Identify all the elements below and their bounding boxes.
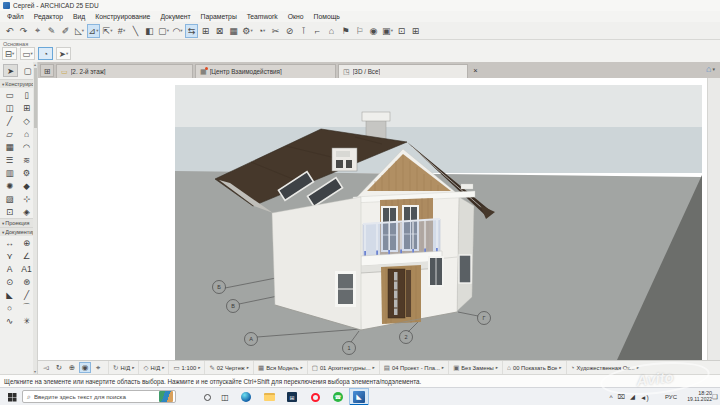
scroll-up-icon[interactable]: ▴ <box>33 62 37 67</box>
zone-stamp-tool[interactable]: ⊙ <box>1 275 18 288</box>
marquee-icon[interactable]: ▢▾ <box>157 24 170 38</box>
hidden-icons-chevron[interactable]: ^ <box>609 394 612 401</box>
zoom-in-icon[interactable]: ⊕ <box>66 362 78 373</box>
dimension-tool[interactable]: ↔ <box>1 236 18 249</box>
toggle-2d-3d-icon[interactable]: ⇆ <box>185 24 198 38</box>
cortana-button[interactable] <box>200 388 214 405</box>
close-tab-button[interactable]: × <box>470 65 481 76</box>
tab-overview-button[interactable]: ⊞ <box>40 64 54 77</box>
3d-viewport[interactable]: Б В А 1 2 Г <box>175 85 702 360</box>
dropdown-caret[interactable]: ▾ <box>167 28 169 33</box>
curtain-wall-tool[interactable]: ▥ <box>1 166 18 179</box>
fit-in-window-icon[interactable]: ⌖ <box>92 362 104 373</box>
change-manager-icon[interactable]: ▣▾ <box>381 24 394 38</box>
dropdown-caret[interactable]: ▾ <box>263 28 265 33</box>
pickup-parameters-icon[interactable]: ⌖ <box>31 24 44 38</box>
dropdown-caret[interactable]: ▸ <box>162 365 164 370</box>
toolbox-scrollbar[interactable]: ▴ ▾ <box>33 62 37 374</box>
scale-selector[interactable]: ▭1:100▸ <box>168 361 204 374</box>
home-story-icon[interactable]: ⌂ <box>325 24 338 38</box>
door-tool[interactable]: ◫ <box>1 101 18 114</box>
toolbox-section-document[interactable]: ▾Документиров <box>0 227 37 236</box>
dropdown-caret[interactable]: ▸ <box>132 365 134 370</box>
taskbar-archicad-active[interactable]: ◣ <box>349 388 369 405</box>
slab-tool[interactable]: ▱ <box>1 127 18 140</box>
beam-tool[interactable]: ╱ <box>1 114 18 127</box>
dropdown-caret[interactable]: ▸ <box>442 365 444 370</box>
settings-icon[interactable]: ⚙▾ <box>241 24 254 38</box>
dropdown-caret[interactable]: ▾ <box>12 51 14 56</box>
task-view-button[interactable]: ◫ <box>218 388 232 405</box>
layer-combination-selector[interactable]: ▢01 Архитектурны...▸ <box>307 361 379 374</box>
split-icon[interactable]: ⊘ <box>283 24 296 38</box>
zone-tool[interactable]: ▨ <box>1 192 18 205</box>
chimney-cap[interactable] <box>362 112 390 121</box>
dropdown-caret[interactable]: ▸ <box>496 365 498 370</box>
search-highlight-thumbnail[interactable] <box>159 391 173 402</box>
worksheet-icon[interactable]: ▦ <box>227 24 240 38</box>
circle-tool[interactable]: ○ <box>1 301 18 314</box>
orbit-icon[interactable]: ◔ <box>38 47 53 60</box>
right-wall-window[interactable] <box>459 255 471 283</box>
right-wall[interactable] <box>457 197 474 311</box>
taskbar-search[interactable]: ⌕ Введите здесь текст для поиска <box>22 390 176 403</box>
dropdown-caret[interactable]: ▾ <box>82 28 84 33</box>
start-button[interactable] <box>4 388 20 405</box>
detail-icon[interactable]: ⊠ <box>213 24 226 38</box>
wall-tool[interactable]: ▭ <box>1 88 18 101</box>
dimension-standard-selector[interactable]: ◇Н/Д▸ <box>138 361 168 374</box>
explore-model-icon[interactable]: ◉ <box>79 362 91 373</box>
dropdown-caret[interactable]: ▾ <box>30 51 32 56</box>
3d-style-selector[interactable]: ◔Художественная Ок...▸ <box>566 361 643 374</box>
roof-dormer-vent[interactable] <box>332 148 357 171</box>
taskbar-opera[interactable] <box>305 388 325 405</box>
display-tray-icon[interactable]: ⌧ <box>617 393 625 401</box>
front-right-window[interactable] <box>428 256 444 287</box>
network-tray-icon[interactable]: ◢ <box>630 393 635 401</box>
dropdown-caret[interactable]: ▸ <box>559 365 561 370</box>
menu-teamwork[interactable]: Teamwork <box>242 11 283 22</box>
menu-file[interactable]: Файл <box>2 11 29 22</box>
dropdown-caret[interactable]: ▸ <box>637 365 639 370</box>
notification-center-button[interactable]: ❏ <box>710 388 720 405</box>
snap-guides-icon[interactable]: ⊿▾ <box>87 24 100 38</box>
dropdown-caret[interactable]: ▾ <box>391 28 393 33</box>
layers-icon[interactable]: ⊡ <box>395 24 408 38</box>
menu-options[interactable]: Параметры <box>196 11 242 22</box>
orbit-icon[interactable]: ↻ <box>53 362 65 373</box>
toolbox-section-projection[interactable]: ▾Проекция <box>0 218 37 227</box>
tab-interaction-center[interactable]: ▦ [Центр Взаимодействия] <box>195 64 336 78</box>
pan-icon[interactable]: ◅ <box>40 362 52 373</box>
organizer-icon[interactable]: ⊞ <box>409 24 422 38</box>
menu-edit[interactable]: Редактор <box>29 11 68 22</box>
toolbox-section-design[interactable]: ▾Конструирова <box>0 79 37 88</box>
scrollbar-thumb[interactable] <box>34 68 37 128</box>
favorites-pen-icon[interactable]: ✐ <box>59 24 72 38</box>
mesh-tool[interactable]: ▦ <box>1 140 18 153</box>
tab-floor-plan[interactable]: ▭ [2. 2-й этаж] <box>56 64 193 78</box>
undo-icon[interactable]: ↶ <box>3 24 16 38</box>
volume-tray-icon[interactable]: ◄) <box>640 394 649 401</box>
dropdown-caret[interactable]: ▾ <box>180 28 182 33</box>
partial-structure-selector[interactable]: ▦Вся Модель▸ <box>253 361 307 374</box>
dropdown-caret[interactable]: ▾ <box>66 51 68 56</box>
story-settings-icon[interactable]: ⊟▾ <box>2 47 17 60</box>
level-dimension-tool[interactable]: ⋎ <box>1 249 18 262</box>
taskbar-clock[interactable]: 18:20 19.11.2022 <box>678 388 712 405</box>
entrance-door[interactable] <box>388 269 411 318</box>
menu-document[interactable]: Документ <box>155 11 195 22</box>
grid-snap-icon[interactable]: #▾ <box>115 24 128 38</box>
dropdown-caret[interactable]: ▸ <box>198 365 200 370</box>
dropdown-caret[interactable]: ▸ <box>373 365 375 370</box>
floor-plan-cut-plane-selector[interactable]: ↻Н/Д▸ <box>108 361 138 374</box>
lamp-tool[interactable]: ✺ <box>1 179 18 192</box>
text-tool[interactable]: A <box>1 262 18 275</box>
menu-help[interactable]: Помощь <box>309 11 345 22</box>
taskbar-whatsapp[interactable]: ☎ <box>328 388 348 405</box>
dropdown-caret[interactable]: ▸ <box>247 365 249 370</box>
trim-icon[interactable]: ✂ <box>269 24 282 38</box>
taskbar-edge[interactable] <box>236 388 256 405</box>
arrow-tool[interactable]: ➤ <box>3 64 18 77</box>
hatch-tool[interactable]: ◣ <box>1 288 18 301</box>
taskbar-store[interactable]: ⊞ <box>282 388 302 405</box>
